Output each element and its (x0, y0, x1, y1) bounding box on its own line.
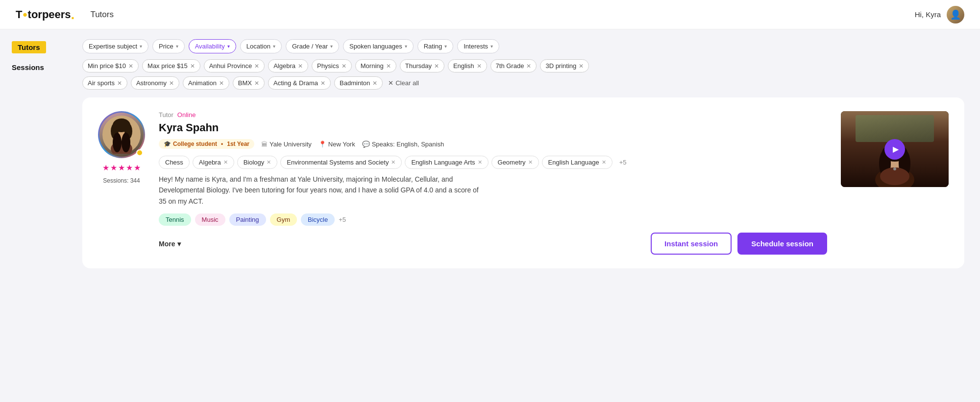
layout: Tutors Sessions Expertise subject ▾ Pric… (0, 29, 980, 402)
chevron-down-icon: ▾ (140, 44, 142, 49)
tag-acting-drama[interactable]: Acting & Drama ✕ (268, 76, 331, 90)
play-button[interactable]: ▶ (884, 139, 905, 160)
tag-air-sports[interactable]: Air sports ✕ (82, 76, 127, 90)
tag-3d-printing[interactable]: 3D printing ✕ (540, 59, 589, 72)
interest-gym: Gym (270, 213, 297, 226)
remove-subject-icon[interactable]: ✕ (478, 159, 482, 166)
subject-geometry: Geometry ✕ (491, 156, 539, 169)
remove-tag-icon[interactable]: ✕ (342, 63, 346, 70)
hi-label: Hi, Kyra (915, 10, 941, 19)
tag-min-price[interactable]: Min price $10 ✕ (82, 59, 139, 72)
chevron-down-icon: ▾ (405, 44, 407, 49)
tag-astronomy[interactable]: Astronomy ✕ (131, 76, 179, 90)
user-avatar[interactable]: 👤 (947, 6, 964, 24)
sidebar-item-sessions[interactable]: Sessions (12, 63, 67, 71)
online-indicator (136, 149, 143, 156)
remove-tag-icon[interactable]: ✕ (372, 80, 377, 87)
subject-ela: English Language Arts ✕ (405, 156, 488, 169)
tag-max-price[interactable]: Max price $15 ✕ (142, 59, 200, 72)
tag-morning[interactable]: Morning ✕ (355, 59, 396, 72)
remove-subject-icon[interactable]: ✕ (391, 159, 395, 166)
remove-tag-icon[interactable]: ✕ (254, 63, 259, 70)
more-button[interactable]: More ▾ (159, 240, 181, 248)
schedule-session-button[interactable]: Schedule session (737, 233, 827, 255)
chevron-down-icon: ▾ (273, 44, 275, 49)
action-buttons: Instant session Schedule session (651, 233, 827, 255)
logo-text: torpeers (28, 8, 71, 21)
remove-tag-icon[interactable]: ✕ (128, 63, 133, 70)
remove-subject-icon[interactable]: ✕ (223, 159, 228, 166)
tutor-info: Tutor Online Kyra Spahn 🎓 College studen… (159, 111, 827, 255)
remove-tag-icon[interactable]: ✕ (190, 63, 195, 70)
remove-tag-icon[interactable]: ✕ (526, 63, 531, 70)
online-badge: Online (177, 111, 196, 118)
tag-english[interactable]: English ✕ (448, 59, 487, 72)
filter-rating[interactable]: Rating ▾ (417, 39, 454, 53)
chevron-down-icon: ▾ (227, 44, 230, 49)
tag-anhui[interactable]: Anhui Province ✕ (204, 59, 265, 72)
filter-interests[interactable]: Interests ▾ (457, 39, 499, 53)
remove-tag-icon[interactable]: ✕ (434, 63, 439, 70)
remove-subject-icon[interactable]: ✕ (267, 159, 271, 166)
subject-algebra: Algebra ✕ (193, 156, 234, 169)
subjects-more: +5 (615, 156, 631, 169)
tag-badminton[interactable]: Badminton ✕ (334, 76, 383, 90)
tag-thursday[interactable]: Thursday ✕ (400, 59, 444, 72)
chevron-down-icon: ▾ (444, 44, 447, 49)
filter-price[interactable]: Price ▾ (152, 39, 185, 53)
active-tags-row1: Min price $10 ✕ Max price $15 ✕ Anhui Pr… (82, 59, 964, 72)
tutor-name: Kyra Spahn (159, 121, 827, 134)
avatar-container (98, 111, 145, 158)
filter-location[interactable]: Location ▾ (240, 39, 282, 53)
remove-tag-icon[interactable]: ✕ (298, 63, 303, 70)
clear-all-button[interactable]: ✕ Clear all (386, 79, 421, 87)
star-5: ★ (134, 163, 141, 172)
filter-grade[interactable]: Grade / Year ▾ (286, 39, 339, 53)
star-2: ★ (110, 163, 117, 172)
tag-animation[interactable]: Animation ✕ (183, 76, 229, 90)
tag-bmx[interactable]: BMX ✕ (233, 76, 265, 90)
filter-availability[interactable]: Availability ▾ (189, 39, 236, 53)
remove-tag-icon[interactable]: ✕ (254, 80, 259, 87)
header-right: Hi, Kyra 👤 (915, 6, 964, 24)
college-badge: 🎓 College student • 1st Year (159, 139, 254, 149)
play-icon: ▶ (893, 144, 899, 154)
remove-tag-icon[interactable]: ✕ (117, 80, 122, 87)
x-icon: ✕ (388, 79, 393, 87)
remove-subject-icon[interactable]: ✕ (528, 159, 533, 166)
sidebar-item-tutors[interactable]: Tutors (12, 41, 46, 53)
chevron-down-icon: ▾ (177, 240, 181, 248)
instant-session-button[interactable]: Instant session (651, 233, 732, 255)
main-content: Expertise subject ▾ Price ▾ Availability… (78, 29, 980, 402)
university-icon: 🏛 (261, 141, 268, 148)
remove-tag-icon[interactable]: ✕ (579, 63, 584, 70)
active-tags-row2: Air sports ✕ Astronomy ✕ Animation ✕ BMX… (82, 76, 964, 90)
tutor-role-label: Tutor (159, 111, 173, 118)
tutor-card: $10/hour ⋮ (82, 97, 964, 268)
remove-tag-icon[interactable]: ✕ (169, 80, 174, 87)
remove-tag-icon[interactable]: ✕ (386, 63, 391, 70)
avatar-image (102, 116, 141, 154)
filter-expertise[interactable]: Expertise subject ▾ (82, 39, 148, 53)
remove-tag-icon[interactable]: ✕ (477, 63, 482, 70)
tag-physics[interactable]: Physics ✕ (312, 59, 352, 72)
card-body: ★ ★ ★ ★ ★ Sessions: 344 Tutor Online Kyr… (98, 111, 949, 255)
logo-period: . (71, 8, 75, 22)
remove-tag-icon[interactable]: ✕ (219, 80, 224, 87)
tag-7th-grade[interactable]: 7th Grade ✕ (490, 59, 537, 72)
tutor-bio: Hey! My name is Kyra, and I'm a freshman… (159, 174, 482, 207)
filter-languages[interactable]: Spoken languages ▾ (343, 39, 414, 53)
interests-more: +5 (339, 216, 346, 223)
location-icon: 📍 (318, 141, 326, 148)
logo[interactable]: T • torpeers . (16, 8, 74, 22)
video-thumbnail[interactable]: ▶ (841, 111, 949, 187)
remove-subject-icon[interactable]: ✕ (602, 159, 606, 166)
nav-title: Tutors (90, 10, 114, 20)
chevron-down-icon: ▾ (176, 44, 178, 49)
subject-biology: Biology ✕ (237, 156, 278, 169)
interest-bicycle: Bicycle (301, 213, 335, 226)
sessions-count: Sessions: 344 (103, 177, 140, 184)
remove-tag-icon[interactable]: ✕ (320, 80, 325, 87)
tag-algebra[interactable]: Algebra ✕ (268, 59, 308, 72)
briefcase-icon: 🎓 (164, 141, 171, 147)
